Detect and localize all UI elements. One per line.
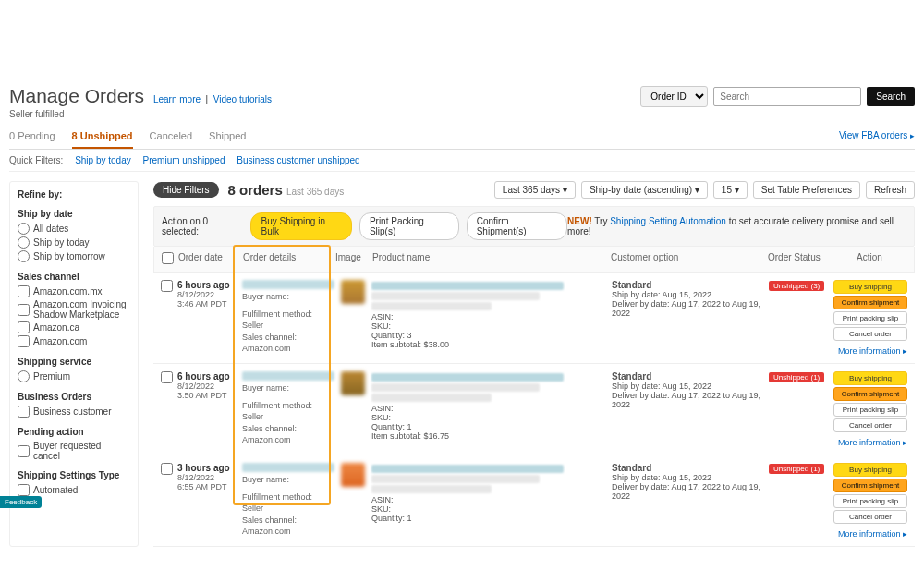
cancel-order-button[interactable]: Cancel order: [833, 510, 907, 524]
refresh-button[interactable]: Refresh: [866, 181, 915, 199]
quantity: Quantity: 1: [371, 514, 612, 523]
feedback-tab[interactable]: Feedback: [0, 496, 42, 508]
buyer-name-label: Buyer name:: [242, 291, 334, 303]
tab-shipped[interactable]: Shipped: [209, 127, 246, 149]
buyer-name-label: Buyer name:: [242, 474, 334, 486]
deliver-by-date: Deliver by date: Aug 17, 2022 to Aug 19,…: [612, 482, 769, 501]
order-time: 6:55 AM PDT: [177, 482, 242, 491]
table-prefs-button[interactable]: Set Table Preferences: [753, 181, 860, 199]
range-select[interactable]: Last 365 days ▾: [494, 181, 576, 199]
opt-amazon-mx[interactable]: Amazon.com.mx: [18, 285, 130, 297]
group-shipping-service: Shipping service: [18, 357, 130, 367]
row-checkbox[interactable]: [161, 371, 173, 383]
opt-amazon-com[interactable]: Amazon.com: [18, 335, 130, 347]
confirm-shipment-button[interactable]: Confirm shipment: [833, 296, 907, 309]
order-date: 8/12/2022: [177, 473, 242, 482]
order-date: 8/12/2022: [177, 382, 242, 391]
cancel-order-button[interactable]: Cancel order: [833, 327, 907, 341]
asin-label: ASIN:: [371, 495, 612, 504]
view-fba-link[interactable]: View FBA orders ▸: [839, 130, 915, 146]
page-size-select[interactable]: 15 ▾: [713, 181, 748, 199]
col-status: Order Status: [768, 252, 833, 266]
qf-ship-today[interactable]: Ship by today: [75, 155, 131, 165]
opt-buyer-cancel[interactable]: Buyer requested cancel: [18, 441, 130, 461]
hide-filters-button[interactable]: Hide Filters: [153, 182, 219, 198]
customer-option-title: Standard: [612, 371, 769, 382]
confirm-shipment-button[interactable]: Confirm shipment: [833, 479, 907, 492]
col-image: Image: [335, 252, 372, 266]
search-input[interactable]: [713, 87, 861, 106]
opt-ship-tomorrow[interactable]: Ship by tomorrow: [18, 250, 130, 262]
select-all-checkbox[interactable]: [162, 252, 174, 264]
ship-by-date: Ship by date: Aug 15, 2022: [612, 473, 769, 482]
confirm-shipments-button[interactable]: Confirm Shipment(s): [467, 212, 567, 240]
buy-shipping-bulk-button[interactable]: Buy Shipping in Bulk: [250, 212, 351, 240]
buy-shipping-button[interactable]: Buy shipping: [833, 463, 907, 477]
order-id-link[interactable]: [242, 371, 334, 381]
more-info-link[interactable]: More information ▸: [833, 346, 907, 356]
group-business-orders: Business Orders: [18, 392, 130, 402]
more-info-link[interactable]: More information ▸: [833, 529, 907, 539]
tab-canceled[interactable]: Canceled: [150, 127, 192, 149]
search-type-select[interactable]: Order ID: [640, 86, 708, 107]
product-thumbnail: [341, 463, 365, 487]
sales-channel: Sales channel: Amazon.com: [242, 332, 334, 355]
deliver-by-date: Deliver by date: Aug 17, 2022 to Aug 19,…: [612, 299, 769, 318]
order-time: 3:46 AM PDT: [177, 299, 242, 309]
customer-option-title: Standard: [612, 280, 769, 290]
group-shipping-settings: Shipping Settings Type: [18, 470, 130, 480]
col-order-details: Order details: [243, 252, 335, 266]
fulfillment-method: Fulfillment method: Seller: [242, 491, 334, 515]
video-tutorials-link[interactable]: Video tutorials: [213, 94, 272, 104]
status-badge: Unshipped (1): [769, 372, 824, 382]
sort-select[interactable]: Ship-by date (ascending) ▾: [581, 181, 708, 199]
confirm-shipment-button[interactable]: Confirm shipment: [833, 387, 907, 401]
page-title: Manage Orders: [9, 85, 144, 107]
opt-invoicing-shadow[interactable]: Amazon.com Invoicing Shadow Marketplace: [18, 299, 130, 320]
order-row: 6 hours ago 8/12/2022 3:50 AM PDT Buyer …: [153, 364, 915, 455]
opt-amazon-ca[interactable]: Amazon.ca: [18, 321, 130, 333]
product-title-blur: [371, 465, 564, 473]
deliver-by-date: Deliver by date: Aug 17, 2022 to Aug 19,…: [612, 391, 769, 409]
order-id-link[interactable]: [242, 463, 334, 472]
qf-premium-unshipped[interactable]: Premium unshipped: [143, 155, 225, 165]
shipping-automation-promo: NEW! Try Shipping Setting Automation to …: [567, 216, 906, 236]
tab-pending[interactable]: 0 Pending: [9, 127, 55, 149]
buyer-name-label: Buyer name:: [242, 382, 334, 394]
cancel-order-button[interactable]: Cancel order: [833, 418, 907, 432]
order-time: 3:50 AM PDT: [177, 391, 242, 400]
tab-unshipped[interactable]: 8 Unshipped: [72, 127, 133, 149]
print-slip-button[interactable]: Print packing slip: [833, 311, 907, 325]
ship-by-date: Ship by date: Aug 15, 2022: [612, 290, 769, 299]
subtotal: Item subtotal: $38.00: [371, 340, 612, 349]
row-checkbox[interactable]: [161, 463, 173, 475]
more-info-link[interactable]: More information ▸: [833, 438, 907, 447]
print-slip-button[interactable]: Print packing slip: [833, 403, 907, 417]
shipping-automation-link[interactable]: Shipping Setting Automation: [610, 216, 726, 226]
order-count: 8 orders: [228, 182, 283, 198]
buy-shipping-button[interactable]: Buy shipping: [833, 371, 907, 385]
customer-option-title: Standard: [612, 463, 769, 473]
opt-automated[interactable]: Automated: [18, 484, 130, 496]
buy-shipping-button[interactable]: Buy shipping: [833, 280, 907, 294]
opt-business-customer[interactable]: Business customer: [18, 406, 130, 418]
learn-more-link[interactable]: Learn more: [153, 94, 201, 104]
order-id-link[interactable]: [242, 280, 334, 289]
opt-all-dates[interactable]: All dates: [18, 223, 130, 235]
row-checkbox[interactable]: [161, 280, 173, 292]
order-row: 3 hours ago 8/12/2022 6:55 AM PDT Buyer …: [153, 455, 915, 547]
fulfillment-method: Fulfillment method: Seller: [242, 309, 334, 332]
print-slip-button[interactable]: Print packing slip: [833, 494, 907, 508]
order-ago: 6 hours ago: [177, 280, 242, 290]
order-row: 6 hours ago 8/12/2022 3:46 AM PDT Buyer …: [153, 273, 915, 364]
product-thumbnail: [341, 371, 365, 395]
ship-by-date: Ship by date: Aug 15, 2022: [612, 382, 769, 391]
opt-ship-today[interactable]: Ship by today: [18, 236, 130, 249]
print-slips-button[interactable]: Print Packing Slip(s): [359, 212, 459, 240]
order-date: 8/12/2022: [177, 290, 242, 299]
status-badge: Unshipped (1): [769, 464, 824, 474]
qf-business-unshipped[interactable]: Business customer unshipped: [237, 155, 359, 165]
opt-premium[interactable]: Premium: [18, 370, 130, 382]
group-sales-channel: Sales channel: [18, 272, 130, 282]
search-button[interactable]: Search: [867, 87, 915, 106]
